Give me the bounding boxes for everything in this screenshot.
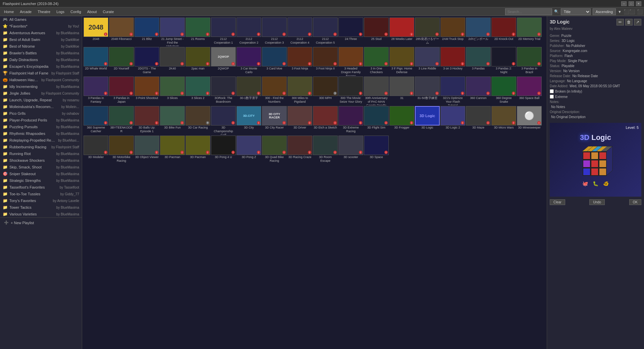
game-cell-g44[interactable]: !300 - Find the Numbers bbox=[262, 77, 287, 105]
menu-curate[interactable]: Curate bbox=[100, 9, 117, 14]
game-cell-g1[interactable]: 2048!2048 bbox=[84, 17, 108, 46]
sidebar-item-favorites[interactable]: ⭐*Favorites*by You! bbox=[0, 23, 82, 30]
game-cell-g70[interactable]: !3D Maze bbox=[466, 106, 491, 135]
game-cell-g76[interactable]: !3D Pacman bbox=[160, 136, 185, 163]
game-cell-g23[interactable]: !2pac man bbox=[185, 47, 210, 76]
game-cell-g4[interactable]: !21 Jump Street - Find the Alphabets bbox=[160, 17, 185, 46]
game-cell-g46[interactable]: ?300 MPH bbox=[313, 77, 338, 105]
game-cell-g39[interactable]: !3 Point Shootout bbox=[135, 77, 159, 105]
game-cell-g25[interactable]: !3 Car Monte Carlo bbox=[236, 47, 261, 76]
game-cell-g33[interactable]: !3 on 3 Hockey bbox=[440, 47, 465, 76]
search-input[interactable] bbox=[505, 8, 552, 15]
menu-home[interactable]: Home bbox=[1, 9, 16, 14]
game-cell-g71[interactable]: !3D Micro Wars bbox=[491, 106, 516, 135]
close-button[interactable]: ✕ bbox=[636, 1, 641, 6]
sidebar-item-launch-upgrade[interactable]: 📁Launch, Upgrade, Repeatby nosamu bbox=[0, 97, 82, 103]
game-cell-g66[interactable]: !3D Flight Sim bbox=[364, 106, 389, 135]
game-cell-g73[interactable]: !3D Modeler bbox=[84, 136, 108, 163]
sidebar-item-pico-gr8s[interactable]: 📁Pico Gr8sby oshabov bbox=[0, 110, 82, 117]
game-cell-g77[interactable]: !3D Pacman bbox=[185, 136, 210, 163]
sidebar-item-shockwave[interactable]: 📁Shockwave Shockersby BlueMaxima bbox=[0, 157, 82, 164]
minimize-button[interactable]: ─ bbox=[621, 1, 627, 6]
game-cell-g42[interactable]: !3ORock: The Boardroom bbox=[211, 77, 236, 105]
sidebar-item-best-nitrome[interactable]: 📁Best of Nitromeby DarkMoe bbox=[0, 43, 82, 50]
game-cell-g52[interactable]: !360 Cannon bbox=[466, 77, 491, 105]
game-cell-g55[interactable]: !360 Supreme Catcher bbox=[84, 106, 108, 135]
game-cell-g68[interactable]: 3D Logic3D Logic bbox=[415, 106, 440, 135]
menu-theatre[interactable]: Theatre bbox=[35, 9, 53, 14]
sidebar-item-roleplaying[interactable]: 📁Roleplaying-Propelled Res...by BlueMaxi… bbox=[0, 137, 82, 144]
game-cell-g49[interactable]: !31 bbox=[389, 77, 414, 105]
sidebar-item-best-adult-swim[interactable]: 📁Best of Adult Swimby DarkMoe bbox=[0, 36, 82, 43]
game-cell-g80[interactable]: !3D Quad Bike Racing bbox=[262, 136, 287, 163]
game-cell-g17[interactable]: !2D Knock-Out bbox=[491, 17, 516, 46]
game-cell-g16[interactable]: !2chビンボール bbox=[466, 17, 491, 46]
sidebar-item-molleindustria[interactable]: 📁Molleindustria's Recomm...by Mollein... bbox=[0, 103, 82, 110]
sidebar-item-rhythmic-rhapsodies[interactable]: 📁Rhythmic Rhapsodiesby BlueMaxima bbox=[0, 130, 82, 137]
game-cell-g21[interactable]: !2DOTS - The Game bbox=[135, 47, 159, 76]
game-cell-g78[interactable]: !3D Pong 4 U bbox=[211, 136, 236, 163]
game-cell-g67[interactable]: !3D Frogger bbox=[389, 106, 414, 135]
game-cell-g20[interactable]: !2D Yourself bbox=[109, 47, 134, 76]
game-cell-g12[interactable]: !25 Stud bbox=[364, 17, 389, 46]
game-cell-g10[interactable]: !2112 Cooperation 5 bbox=[313, 17, 338, 46]
game-cell-g48[interactable]: !30th Anniversary of PAC-MAN Google Dood… bbox=[364, 77, 389, 105]
edit-button[interactable]: ✏ bbox=[616, 19, 624, 26]
sidebar-item-tonys-favorites[interactable]: 📁Tony's Favoritesby Antony Lavelle bbox=[0, 197, 82, 204]
extreme-checkbox[interactable] bbox=[550, 95, 554, 99]
game-cell-g43[interactable]: !30-1数字漢字 bbox=[236, 77, 261, 105]
undo-button[interactable]: Undo bbox=[589, 199, 605, 205]
game-cell-g84[interactable]: !3D Space bbox=[364, 136, 389, 163]
game-cell-g34[interactable]: !3 Pandas bbox=[466, 47, 491, 76]
menu-about[interactable]: About bbox=[85, 9, 100, 14]
sidebar-item-puzzling-pursuits[interactable]: 📁Puzzling Pursuitsby BlueMaxima bbox=[0, 123, 82, 130]
game-cell-g15[interactable]: !2AM Truck Stop bbox=[440, 17, 465, 46]
menu-arcade[interactable]: Arcade bbox=[17, 9, 34, 14]
game-cell-g57[interactable]: !3D Balls Up: Episode 1 bbox=[135, 106, 159, 135]
game-cell-g38[interactable]: !3 Pandas in Japan bbox=[109, 77, 134, 105]
delete-button[interactable]: 🗑 bbox=[625, 19, 633, 26]
sidebar-item-brawlers-battles[interactable]: 📁Brawler's Battlesby BlueMaxima bbox=[0, 50, 82, 56]
game-cell-g32[interactable]: !3 Line Riddle bbox=[415, 47, 440, 76]
game-cell-g74[interactable]: !3D Motorbike Racing bbox=[109, 136, 134, 163]
game-cell-g61[interactable]: 3D.CITY!3D City bbox=[236, 106, 261, 135]
game-cell-g54[interactable]: !360 Space Ball bbox=[517, 77, 542, 105]
sidebar-item-idly-incrementing[interactable]: 📁Idly Incrementingby BlueMaxima bbox=[0, 83, 82, 90]
new-playlist-button[interactable]: ➕ + New Playlist bbox=[1, 219, 80, 226]
game-cell-g79[interactable]: !3D Pong Z bbox=[236, 136, 261, 163]
game-cell-g2[interactable]: !2048 Fibonacci bbox=[109, 17, 134, 46]
game-cell-g58[interactable]: !3D Bike Fun bbox=[160, 106, 185, 135]
sidebar-item-strategic-strengths[interactable]: 📁Strategic Strengthsby BlueMaxima bbox=[0, 177, 82, 184]
game-cell-g7[interactable]: !2112 Cooperation 2 bbox=[236, 17, 261, 46]
sidebar-item-escapers-encyclopedia[interactable]: 📁Escaper's Encyclopediaby BlueMaxima bbox=[0, 63, 82, 70]
game-cell-g31[interactable]: !3 li' Pigs: Home Defense bbox=[389, 47, 414, 76]
game-cell-g19[interactable]: !2D Whale World bbox=[84, 47, 108, 76]
game-cell-g81[interactable]: !3D Racing Craze bbox=[287, 136, 312, 163]
game-cell-g28[interactable]: !3 Foot Ninja II bbox=[313, 47, 338, 76]
game-cell-g60[interactable]: !3D Championship Golf bbox=[211, 106, 236, 135]
sidebar-item-rubberburning[interactable]: 📁Rubberburning Racingby Flashpoint Staff bbox=[0, 144, 82, 150]
game-cell-g56[interactable]: !3BYTEENKODER bbox=[109, 106, 134, 135]
game-cell-g3[interactable]: !21 Blitz bbox=[135, 17, 159, 46]
extreme-checkbox-row[interactable]: Extreme bbox=[550, 95, 641, 99]
game-cell-g11[interactable]: !24:Three bbox=[338, 17, 363, 46]
sidebar-item-sniper-stakeout[interactable]: 🎯Sniper Stakeoutby BlueMaxima bbox=[0, 170, 82, 177]
sidebar-item-various-varieties[interactable]: 📁Various Varietiesby BlueMaxima bbox=[0, 211, 82, 217]
game-cell-g45[interactable]: !300 Miles to Pigsland bbox=[287, 77, 312, 105]
game-cell-g26[interactable]: !3 Card Moe bbox=[262, 47, 287, 76]
game-cell-g9[interactable]: !2112 Cooperation 4 bbox=[287, 17, 312, 46]
sidebar-item-all-games[interactable]: 🎮All Games bbox=[0, 16, 82, 23]
game-cell-g18[interactable]: !2D Memory Trial bbox=[517, 17, 542, 46]
game-cell-g14[interactable]: !285発遅けるゲーム bbox=[415, 17, 440, 46]
game-cell-g65[interactable]: !3D Extreme Racing bbox=[338, 106, 363, 135]
game-cell-g5[interactable]: !21 Rooms bbox=[185, 17, 210, 46]
sort-direction-button[interactable]: Ascending bbox=[593, 8, 616, 15]
game-cell-g41[interactable]: !3 Slices 2 bbox=[185, 77, 210, 105]
open-button[interactable]: ↗ bbox=[634, 19, 641, 26]
game-cell-g8[interactable]: !2112 Cooperation 3 bbox=[262, 17, 287, 46]
sidebar-item-skip-smack[interactable]: 📁Skip, Smack, Shootby BlueMaxima bbox=[0, 164, 82, 170]
sidebar-item-jingle-jollies[interactable]: 📁Jingle Jolliesby Flashpoint Community bbox=[0, 90, 82, 97]
broken-checkbox[interactable] bbox=[550, 89, 554, 93]
sort-field-select[interactable]: Title Author Date Added bbox=[561, 8, 591, 15]
game-cell-g72[interactable]: ⚪!3D Minesweeper bbox=[517, 106, 542, 135]
